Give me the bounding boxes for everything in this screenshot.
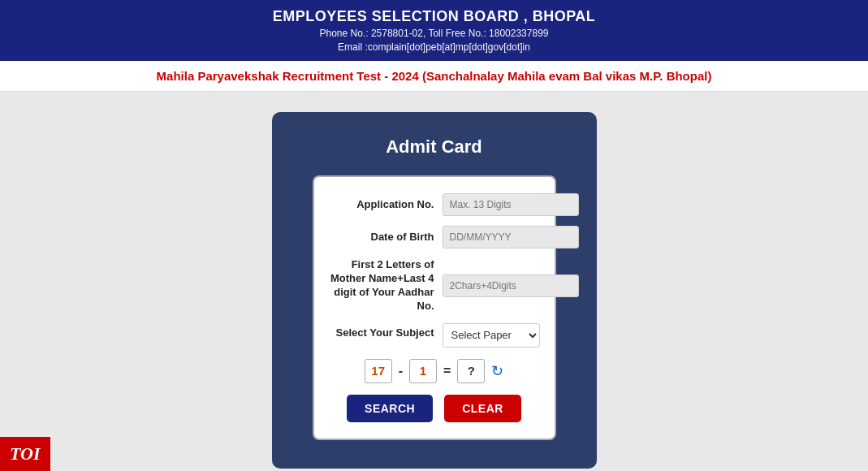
application-row: Application No. (329, 193, 540, 216)
admit-card: Admit Card Application No. Date of Birth… (272, 112, 597, 469)
clear-button[interactable]: CLEAR (444, 395, 521, 422)
subject-label: Select Your Subject (329, 323, 443, 339)
header-email: Email :complain[dot]peb[at]mp[dot]gov[do… (16, 41, 852, 53)
mother-row: First 2 Letters of Mother Name+Last 4 di… (329, 258, 540, 313)
captcha-num1: 17 (365, 359, 392, 383)
card-title: Admit Card (313, 136, 556, 158)
header: EMPLOYEES SELECTION BOARD , BHOPAL Phone… (0, 0, 868, 61)
mother-label: First 2 Letters of Mother Name+Last 4 di… (329, 258, 443, 313)
captcha-operator: - (399, 364, 403, 378)
toi-badge: TOI (0, 437, 50, 471)
captcha-equals: = (443, 364, 451, 378)
header-title: EMPLOYEES SELECTION BOARD , BHOPAL (16, 8, 852, 25)
captcha-num2: 1 (409, 359, 437, 383)
mother-input[interactable] (443, 274, 579, 297)
main-content: Admit Card Application No. Date of Birth… (0, 92, 868, 471)
search-button[interactable]: SEARCH (347, 395, 433, 422)
dob-input[interactable] (443, 226, 579, 248)
captcha-refresh-icon[interactable]: ↻ (491, 362, 503, 380)
application-input[interactable] (443, 193, 579, 216)
header-phone: Phone No.: 2578801-02, Toll Free No.: 18… (16, 28, 852, 39)
button-row: SEARCH CLEAR (329, 395, 540, 422)
form-box: Application No. Date of Birth First 2 Le… (313, 175, 556, 440)
captcha-answer: ? (457, 359, 485, 383)
subtitle-text: Mahila Paryavekshak Recruitment Test - 2… (16, 69, 852, 83)
application-label: Application No. (329, 198, 443, 212)
subject-row: Select Your Subject Select Paper (329, 323, 540, 348)
captcha-row: 17 - 1 = ? ↻ (329, 359, 540, 383)
dob-label: Date of Birth (329, 231, 443, 244)
subtitle-bar: Mahila Paryavekshak Recruitment Test - 2… (0, 61, 868, 92)
dob-row: Date of Birth (329, 226, 540, 248)
subject-select[interactable]: Select Paper (443, 323, 540, 348)
